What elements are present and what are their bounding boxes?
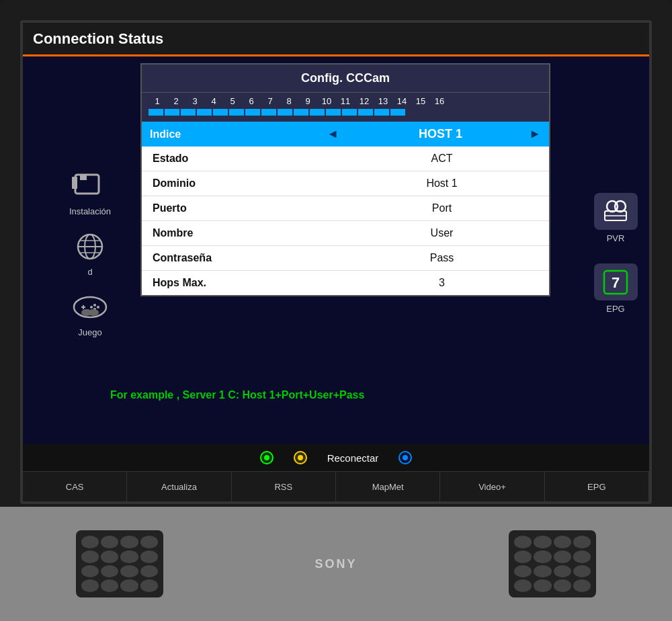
speaker-dot [554, 550, 571, 563]
speaker-dot [554, 579, 571, 592]
tab-dot-13 [342, 109, 357, 116]
speaker-dot [534, 579, 551, 592]
config-rows: Estado ACT Dominio Host 1 Puerto Port No… [142, 147, 549, 295]
tab-1[interactable]: 1 [149, 96, 166, 106]
tab-15[interactable]: 15 [412, 96, 429, 106]
tab-7[interactable]: 7 [261, 96, 279, 106]
svg-point-14 [90, 306, 93, 308]
tv-base: SONY [0, 507, 672, 621]
tab-8[interactable]: 8 [280, 96, 298, 106]
speaker-dot [554, 536, 571, 548]
reconectar-label: Reconectar [327, 452, 379, 464]
tab-dot-2 [165, 109, 179, 116]
tab-dot-14 [358, 109, 373, 116]
speaker-dot [101, 550, 118, 563]
pvr-icon-item[interactable]: PVR [594, 193, 638, 243]
nav-epg[interactable]: EPG [545, 472, 649, 501]
tab-16[interactable]: 16 [431, 96, 448, 106]
epg-icon-item[interactable]: 7 EPG [594, 263, 638, 314]
speaker-dot [101, 579, 118, 592]
blue-button[interactable] [398, 451, 412, 464]
speaker-dot [101, 565, 118, 578]
speaker-dot [81, 579, 99, 592]
green-circle [260, 451, 274, 464]
tab-dot-4 [197, 109, 212, 116]
nav-video[interactable]: Video+ [440, 472, 544, 501]
nav-cas[interactable]: CAS [23, 472, 127, 501]
dominio-row[interactable]: Dominio Host 1 [142, 171, 549, 196]
globe-icon [70, 230, 110, 263]
tab-12[interactable]: 12 [355, 96, 373, 106]
indice-label: Indice [150, 128, 327, 140]
speaker-dot [140, 550, 158, 563]
blue-circle [398, 451, 412, 464]
tab-9[interactable]: 9 [299, 96, 317, 106]
speaker-dot [101, 536, 118, 548]
tab-5[interactable]: 5 [224, 96, 241, 106]
contrasena-value: Pass [345, 252, 538, 264]
speaker-dot [140, 565, 158, 578]
speaker-dot [514, 565, 532, 578]
instalacion-item[interactable]: Instalación [69, 169, 111, 216]
dominio-value: Host 1 [345, 177, 538, 190]
speaker-dot [140, 536, 158, 548]
contrasena-row[interactable]: Contraseña Pass [142, 246, 549, 271]
estado-row[interactable]: Estado ACT [142, 147, 549, 171]
reconectar-bar: Reconectar [23, 444, 649, 471]
speaker-dot [81, 550, 99, 563]
tab-14[interactable]: 14 [393, 96, 411, 106]
nombre-value: User [345, 227, 538, 239]
tab-dot-9 [278, 109, 292, 116]
globe-item[interactable]: d [70, 230, 110, 277]
speaker-dot [120, 579, 138, 592]
nav-rss[interactable]: RSS [232, 472, 336, 501]
speaker-dot [534, 565, 551, 578]
tab-dot-6 [229, 109, 244, 116]
arrow-right-icon[interactable]: ► [529, 127, 541, 141]
tab-dot-16 [390, 109, 405, 116]
pvr-icon-box [594, 193, 638, 230]
tab-6[interactable]: 6 [243, 96, 260, 106]
speaker-dot [534, 550, 551, 563]
contrasena-label: Contraseña [153, 252, 345, 264]
speaker-dot [120, 536, 138, 548]
tab-11[interactable]: 11 [337, 96, 354, 106]
tab-dot-7 [245, 109, 260, 116]
speaker-dot [81, 565, 99, 578]
nombre-row[interactable]: Nombre User [142, 221, 549, 246]
blue-inner [403, 455, 408, 460]
tab-dot-10 [294, 109, 308, 116]
epg-icon-box: 7 [594, 263, 638, 300]
tab-dot-1 [149, 109, 163, 116]
example-text: For example , Server 1 C: Host 1+Port+Us… [110, 389, 364, 401]
gamepad-label: Juego [78, 327, 101, 337]
indice-row[interactable]: Indice ◄ HOST 1 ► [142, 122, 549, 147]
nombre-label: Nombre [153, 227, 345, 239]
gamepad-item[interactable]: Juego [70, 290, 110, 337]
connection-status-title: Connection Status [33, 30, 163, 48]
speaker-dot [120, 565, 138, 578]
tab-3[interactable]: 3 [186, 96, 204, 106]
speaker-dot [534, 536, 551, 548]
yellow-button[interactable] [294, 451, 307, 464]
tab-numbers: 1 2 3 4 5 6 7 8 9 10 11 12 13 14 15 16 [149, 96, 542, 106]
tab-dots-row [149, 109, 542, 118]
hops-row[interactable]: Hops Max. 3 [142, 271, 549, 295]
green-button[interactable] [260, 451, 274, 464]
globe-label: d [87, 267, 92, 277]
svg-point-12 [97, 306, 99, 308]
tab-2[interactable]: 2 [167, 96, 185, 106]
tv-brand: SONY [314, 557, 357, 571]
tab-4[interactable]: 4 [205, 96, 222, 106]
dominio-label: Dominio [153, 177, 345, 190]
nav-mapmet[interactable]: MapMet [336, 472, 440, 501]
right-speaker [509, 530, 596, 597]
tab-13[interactable]: 13 [374, 96, 392, 106]
speaker-dot [514, 550, 532, 563]
puerto-row[interactable]: Puerto Port [142, 196, 549, 221]
tab-10[interactable]: 10 [318, 96, 335, 106]
nav-actualiza[interactable]: Actualiza [127, 472, 231, 501]
arrow-left-icon[interactable]: ◄ [327, 127, 339, 141]
pvr-label: PVR [607, 233, 625, 243]
tab-dot-5 [213, 109, 228, 116]
